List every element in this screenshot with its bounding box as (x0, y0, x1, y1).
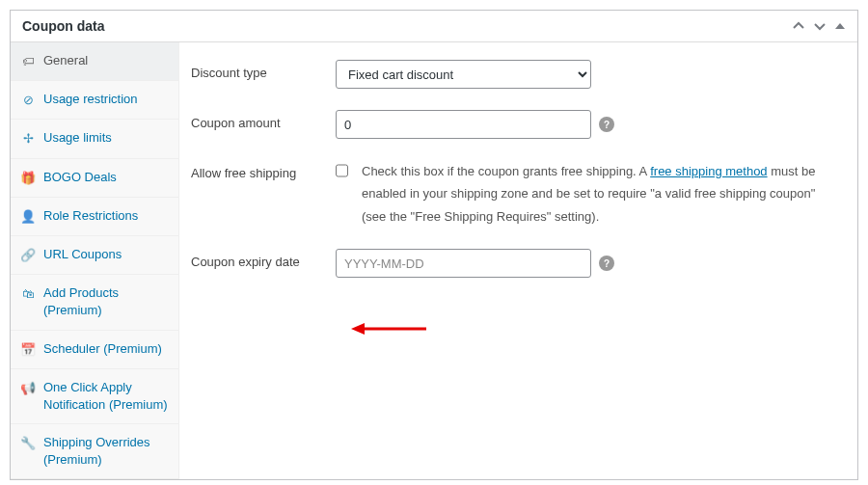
panel-actions (792, 19, 846, 33)
help-icon[interactable]: ? (599, 256, 614, 271)
tab-label: Usage limits (43, 129, 169, 147)
bag-icon: 🛍 (20, 285, 36, 303)
panel-header: Coupon data (11, 11, 857, 42)
tab-usage-limits[interactable]: ✢ Usage limits (11, 120, 178, 158)
sidebar: 🏷 General ⊘ Usage restriction ✢ Usage li… (11, 42, 179, 479)
tab-label: Shipping Overrides (Premium) (43, 434, 169, 469)
row-coupon-amount: Coupon amount ? (191, 110, 840, 139)
tab-scheduler[interactable]: 📅 Scheduler (Premium) (11, 331, 178, 369)
free-shipping-link[interactable]: free shipping method (650, 164, 767, 178)
coupon-data-panel: Coupon data 🏷 General ⊘ Usage restrictio… (10, 10, 858, 480)
label-coupon-amount: Coupon amount (191, 110, 336, 130)
user-icon: 👤 (20, 208, 36, 226)
toggle-panel-icon[interactable] (834, 19, 846, 33)
annotation-arrow-icon (351, 319, 428, 338)
tab-add-products[interactable]: 🛍 Add Products (Premium) (11, 275, 178, 330)
block-icon: ⊘ (20, 92, 36, 109)
move-up-icon[interactable] (792, 19, 805, 33)
help-icon[interactable]: ? (599, 117, 614, 132)
coupon-amount-input[interactable] (336, 110, 591, 139)
svg-marker-1 (351, 323, 365, 335)
megaphone-icon: 📢 (20, 380, 36, 397)
label-discount-type: Discount type (191, 60, 336, 80)
tab-label: Scheduler (Premium) (43, 340, 169, 358)
tab-shipping-overrides[interactable]: 🔧 Shipping Overrides (Premium) (11, 424, 178, 479)
label-expiry-date: Coupon expiry date (191, 249, 336, 269)
tab-one-click-apply[interactable]: 📢 One Click Apply Notification (Premium) (11, 369, 178, 424)
panel-title: Coupon data (22, 18, 105, 34)
tab-label: URL Coupons (43, 246, 169, 263)
calendar-icon: 📅 (20, 341, 36, 359)
row-expiry-date: Coupon expiry date ? (191, 249, 840, 278)
link-icon: 🔗 (20, 247, 36, 264)
tab-general[interactable]: 🏷 General (11, 42, 178, 81)
tab-label: Add Products (Premium) (43, 284, 169, 319)
label-free-shipping: Allow free shipping (191, 160, 336, 180)
tab-label: BOGO Deals (43, 169, 169, 186)
move-down-icon[interactable] (813, 19, 827, 33)
plus-icon: ✢ (20, 130, 36, 148)
tab-label: General (43, 52, 169, 69)
gift-icon: 🎁 (20, 170, 36, 187)
tab-bogo-deals[interactable]: 🎁 BOGO Deals (11, 159, 178, 198)
tab-label: One Click Apply Notification (Premium) (43, 379, 169, 414)
tab-url-coupons[interactable]: 🔗 URL Coupons (11, 236, 178, 275)
tab-role-restrictions[interactable]: 👤 Role Restrictions (11, 198, 178, 236)
tab-usage-restriction[interactable]: ⊘ Usage restriction (11, 81, 178, 120)
discount-type-select[interactable]: Fixed cart discount (336, 60, 591, 89)
panel-body: 🏷 General ⊘ Usage restriction ✢ Usage li… (11, 42, 857, 479)
tag-icon: 🏷 (20, 53, 36, 70)
free-shipping-checkbox[interactable] (336, 163, 348, 178)
content-pane: Discount type Fixed cart discount Coupon… (179, 42, 857, 479)
tab-label: Usage restriction (43, 91, 169, 108)
free-shipping-description: Check this box if the coupon grants free… (362, 160, 840, 228)
wrench-icon: 🔧 (20, 435, 36, 452)
row-free-shipping: Allow free shipping Check this box if th… (191, 160, 840, 228)
row-discount-type: Discount type Fixed cart discount (191, 60, 840, 89)
tab-label: Role Restrictions (43, 207, 169, 225)
expiry-date-input[interactable] (336, 249, 591, 278)
